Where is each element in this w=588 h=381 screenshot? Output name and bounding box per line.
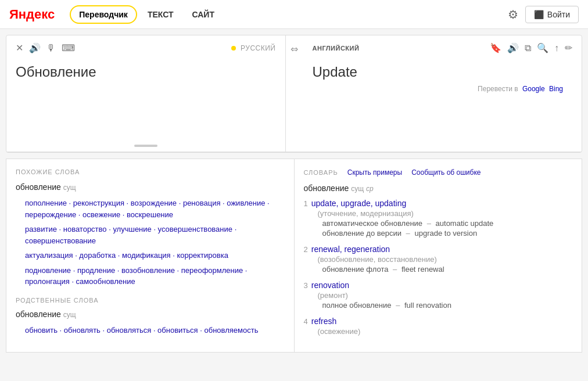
hide-examples-link[interactable]: Скрыть примеры	[347, 168, 402, 177]
header: Яндекс Переводчик ТЕКСТ САЙТ ⚙ ⬛ Войти	[0, 0, 588, 29]
dict-clarification-2: (возобновление, восстановление)	[318, 255, 573, 264]
target-panel: АНГЛИЙСКИЙ 🔖 🔊 ⧉ 🔍 ↑ ✏ Update Перевести …	[303, 35, 582, 152]
source-text[interactable]: Обновление	[16, 64, 276, 80]
source-lang-label: РУССКИЙ	[231, 44, 275, 52]
dict-num-2: 2	[304, 245, 308, 254]
login-button[interactable]: ⬛ Войти	[525, 6, 579, 23]
synonym-group-3: актуализация · доработка · модификация ·…	[25, 250, 285, 261]
related-word-entry: обновление сущ	[16, 310, 285, 319]
translator-container: ✕ 🔊 🎙 ⌨ РУССКИЙ Обновление ⇔ АНГЛИЙСКИЙ …	[6, 35, 582, 153]
synonym-pos: сущ	[63, 184, 76, 192]
target-lang-label: АНГЛИЙСКИЙ	[313, 45, 360, 52]
dict-example-1-2: обновление до версии – upgrade to versio…	[322, 229, 573, 238]
dict-num-1: 1	[304, 199, 308, 208]
target-toolbar: АНГЛИЙСКИЙ 🔖 🔊 ⧉ 🔍 ↑ ✏	[313, 42, 573, 58]
lang-dot	[231, 46, 236, 51]
dict-example-3-1: полное обновление – full renovation	[322, 301, 573, 310]
bing-link[interactable]: Bing	[549, 85, 563, 93]
synonym-group-2: развитие · новаторство · улучшение · усо…	[25, 224, 285, 246]
dict-item-4: 4refresh (освежение)	[304, 317, 573, 336]
tab-site[interactable]: САЙТ	[184, 6, 223, 23]
logo-ya: Яндекс	[9, 7, 55, 22]
dict-num-3: 3	[304, 281, 308, 290]
related-title: РОДСТВЕННЫЕ СЛОВА	[16, 297, 285, 304]
settings-button[interactable]: ⚙	[508, 8, 518, 21]
dict-translation-3: renovation	[311, 281, 349, 290]
resize-handle	[134, 145, 157, 147]
related-word: обновление сущ	[16, 310, 285, 319]
report-error-link[interactable]: Сообщить об ошибке	[411, 168, 481, 177]
dict-num-4: 4	[304, 317, 308, 326]
right-toolbar: 🔖 🔊 ⧉ 🔍 ↑ ✏	[490, 42, 572, 53]
speaker-icon-target[interactable]: 🔊	[507, 42, 519, 53]
dictionary-panel: СЛОВАРЬ Скрыть примеры Сообщить об ошибк…	[294, 159, 583, 353]
dict-translation-4: refresh	[311, 317, 337, 326]
dict-item-2: 2renewal, regeneration (возобновление, в…	[304, 245, 573, 274]
search-icon[interactable]: 🔍	[537, 42, 548, 53]
share-icon[interactable]: ↑	[554, 43, 559, 53]
dict-translation-2: renewal, regeneration	[311, 245, 390, 254]
dict-header: СЛОВАРЬ Скрыть примеры Сообщить об ошибк…	[304, 168, 573, 177]
bookmark-icon[interactable]: 🔖	[490, 42, 501, 53]
bottom-section: ПОХОЖИЕ СЛОВА обновление сущ пополнение …	[6, 159, 582, 353]
clear-icon[interactable]: ✕	[16, 42, 23, 53]
copy-icon[interactable]: ⧉	[525, 43, 531, 53]
keyboard-icon[interactable]: ⌨	[62, 42, 75, 53]
dict-gender: ср	[366, 185, 374, 193]
dict-clarification-1: (уточнение, модернизация)	[318, 209, 573, 218]
dict-word: обновление сущ ср	[304, 184, 573, 193]
panels: ✕ 🔊 🎙 ⌨ РУССКИЙ Обновление ⇔ АНГЛИЙСКИЙ …	[6, 35, 582, 152]
google-link[interactable]: Google	[522, 85, 545, 93]
header-right: ⚙ ⬛ Войти	[508, 6, 579, 23]
target-text: Update	[313, 64, 573, 80]
synonym-word-entry: обновление сущ	[16, 182, 285, 192]
dict-example-1-1: автоматическое обновление – automatic up…	[322, 219, 573, 228]
speaker-icon-source[interactable]: 🔊	[29, 42, 41, 53]
synonym-word: обновление сущ	[16, 182, 285, 192]
dict-clarification-4: (освежение)	[318, 327, 573, 336]
dict-item-3: 3renovation (ремонт) полное обновление –…	[304, 281, 573, 310]
synonyms-panel: ПОХОЖИЕ СЛОВА обновление сущ пополнение …	[6, 159, 294, 353]
source-toolbar: ✕ 🔊 🎙 ⌨ РУССКИЙ	[16, 42, 276, 58]
translate-to: Перевести в Google Bing	[313, 80, 573, 99]
edit-icon[interactable]: ✏	[565, 42, 572, 53]
tab-translator[interactable]: Переводчик	[70, 5, 137, 24]
related-group: обновить · обновлять · обновляться · обн…	[25, 325, 285, 336]
mic-icon[interactable]: 🎙	[46, 43, 56, 53]
synonyms-title: ПОХОЖИЕ СЛОВА	[16, 168, 285, 175]
dict-item-1: 1update, upgrade, updating (уточнение, м…	[304, 199, 573, 238]
synonym-group-1: пополнение · реконструкция · возрождение…	[25, 197, 285, 220]
dict-pos: сущ	[351, 185, 364, 193]
swap-icon[interactable]: ⇔	[286, 35, 303, 55]
dict-title: СЛОВАРЬ	[304, 169, 338, 176]
tab-text[interactable]: ТЕКСТ	[139, 6, 182, 23]
dict-translation-1: update, upgrade, updating	[311, 199, 406, 208]
login-label: Войти	[547, 10, 570, 19]
dict-example-2-1: обновление флота – fleet renewal	[322, 265, 573, 274]
logo: Яндекс	[9, 7, 58, 22]
login-icon: ⬛	[534, 10, 544, 19]
synonym-group-4: подновление · продление · возобновление …	[25, 265, 285, 287]
related-pos: сущ	[63, 311, 76, 319]
dict-clarification-3: (ремонт)	[318, 291, 573, 300]
nav-tabs: Переводчик ТЕКСТ САЙТ	[70, 5, 223, 24]
source-panel: ✕ 🔊 🎙 ⌨ РУССКИЙ Обновление	[6, 35, 286, 152]
